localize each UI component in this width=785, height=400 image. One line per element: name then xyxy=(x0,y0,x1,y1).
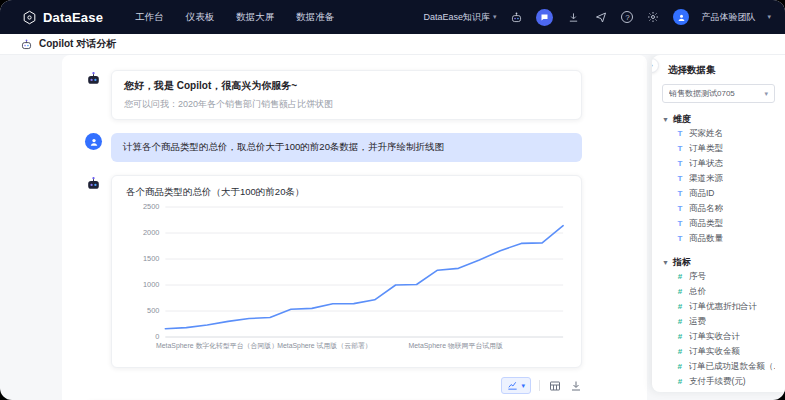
measure-field[interactable]: # 订单优惠折扣合计 xyxy=(676,299,775,314)
table-view-icon[interactable] xyxy=(548,379,561,392)
menu-item[interactable]: 数据准备 xyxy=(296,11,334,24)
number-field-icon: # xyxy=(676,347,684,356)
svg-text:0: 0 xyxy=(155,332,159,341)
dimension-field[interactable]: T 订单状态 xyxy=(676,156,775,171)
sidebar-title: 选择数据集 xyxy=(668,64,775,77)
text-field-icon: T xyxy=(676,189,684,198)
bot-greeting-message: 您好，我是 Copilot，很高兴为你服务~ 您可以问我：2020年各个销售部门… xyxy=(62,55,647,120)
number-field-icon: # xyxy=(676,332,684,341)
measure-field[interactable]: # 支付手续费(元) xyxy=(676,374,775,389)
menu-item[interactable]: 数据大屏 xyxy=(236,11,274,24)
measure-field[interactable]: # 订单实收合计 xyxy=(676,329,775,344)
chat-panel: 您好，我是 Copilot，很高兴为你服务~ 您可以问我：2020年各个销售部门… xyxy=(62,55,647,400)
bot-chart-message: 各个商品类型的总价（大于100的前20条） 050010001500200025… xyxy=(62,175,647,368)
svg-text:1500: 1500 xyxy=(143,254,159,263)
triangle-collapse-icon: ▼ xyxy=(662,116,669,123)
page-title: Copilot 对话分析 xyxy=(39,37,116,51)
number-field-icon: # xyxy=(676,272,684,281)
help-icon[interactable]: ? xyxy=(621,11,633,23)
download-icon[interactable] xyxy=(565,9,581,25)
dimensions-section-header[interactable]: ▼ 维度 xyxy=(662,113,775,126)
chart-card: 各个商品类型的总价（大于100的前20条） 050010001500200025… xyxy=(111,175,582,368)
dimension-field[interactable]: T 商品数量 xyxy=(676,231,775,246)
settings-icon[interactable] xyxy=(645,9,661,25)
top-navbar: DataEase 工作台仪表板数据大屏数据准备 DataEase知识库▾ ? xyxy=(0,0,785,34)
text-field-icon: T xyxy=(676,234,684,243)
app-window: DataEase 工作台仪表板数据大屏数据准备 DataEase知识库▾ ? xyxy=(0,0,785,400)
dataset-select[interactable]: 销售数据测试0705 ▾ xyxy=(662,84,775,103)
user-name[interactable]: 产品体验团队 xyxy=(701,11,755,24)
svg-text:2500: 2500 xyxy=(143,202,159,211)
main-menu: 工作台仪表板数据大屏数据准备 xyxy=(135,11,334,24)
dataset-sidebar: › 选择数据集 销售数据测试0705 ▾ ▼ 维度 T 买家姓名 T 订单类型 xyxy=(652,55,785,392)
dimension-field[interactable]: T 商品类型 xyxy=(676,216,775,231)
dimension-list: T 买家姓名 T 订单类型 T 订单状态 T 渠道来源 xyxy=(662,126,775,246)
number-field-icon: # xyxy=(676,302,684,311)
dimension-field[interactable]: T 订单类型 xyxy=(676,141,775,156)
measures-section-header[interactable]: ▼ 指标 xyxy=(662,256,775,269)
dataset-select-value: 销售数据测试0705 xyxy=(669,88,764,99)
copilot-chat-icon[interactable] xyxy=(536,9,553,26)
user-chevron-down-icon[interactable]: ▾ xyxy=(767,13,771,21)
text-field-icon: T xyxy=(676,204,684,213)
toolbar-divider xyxy=(539,380,540,391)
bot-avatar-robot-icon xyxy=(85,175,102,192)
chart-type-select[interactable]: ▾ xyxy=(501,377,531,394)
measure-field[interactable]: # 运费 xyxy=(676,314,775,329)
brand-logo[interactable]: DataEase xyxy=(22,10,103,25)
line-chart-icon xyxy=(507,380,518,391)
menu-item[interactable]: 工作台 xyxy=(135,11,164,24)
select-chevron-down-icon: ▾ xyxy=(764,90,768,98)
user-message-avatar xyxy=(85,133,102,150)
greeting-hint: 您可以问我：2020年各个销售部门销售额占比饼状图 xyxy=(124,98,569,111)
svg-text:1000: 1000 xyxy=(143,280,159,289)
menu-item[interactable]: 仪表板 xyxy=(186,11,215,24)
line-chart: 05001000150020002500MetaSphere 数字化转型平台（合… xyxy=(122,199,571,359)
chart-toolbar: ▾ xyxy=(62,377,647,394)
dimension-field[interactable]: T 商品名称 xyxy=(676,201,775,216)
measure-field[interactable]: # 订单已成功退款金额（... xyxy=(676,359,775,374)
svg-text:2000: 2000 xyxy=(143,228,159,237)
dimension-field[interactable]: T 渠道来源 xyxy=(676,171,775,186)
text-field-icon: T xyxy=(676,174,684,183)
number-field-icon: # xyxy=(676,317,684,326)
share-icon[interactable] xyxy=(593,9,609,25)
number-field-icon: # xyxy=(676,287,684,296)
svg-text:MetaSphere 数字化转型平台（合同版）: MetaSphere 数字化转型平台（合同版） xyxy=(156,342,278,350)
measure-field[interactable]: # 序号 xyxy=(676,269,775,284)
dataease-logo-icon xyxy=(22,10,37,25)
greeting-card: 您好，我是 Copilot，很高兴为你服务~ 您可以问我：2020年各个销售部门… xyxy=(111,70,582,120)
measure-field[interactable]: # 总价 xyxy=(676,284,775,299)
dimension-field[interactable]: T 买家姓名 xyxy=(676,126,775,141)
number-field-icon: # xyxy=(676,377,684,386)
nav-right: DataEase知识库▾ ? 产品体验团队 ▾ xyxy=(423,9,771,26)
user-avatar[interactable] xyxy=(673,9,689,25)
copilot-robot-icon xyxy=(20,38,33,51)
svg-text:500: 500 xyxy=(147,306,159,315)
svg-text:MetaSphere 物联网平台试用版: MetaSphere 物联网平台试用版 xyxy=(408,342,503,350)
user-query-bubble: 计算各个商品类型的总价，取总价大于100的前20条数据，并升序绘制折线图 xyxy=(111,133,582,162)
chart-title: 各个商品类型的总价（大于100的前20条） xyxy=(126,186,571,199)
text-field-icon: T xyxy=(676,129,684,138)
chevron-down-icon: ▾ xyxy=(521,382,525,390)
user-message: 计算各个商品类型的总价，取总价大于100的前20条数据，并升序绘制折线图 xyxy=(62,133,647,162)
chevron-down-icon: ▾ xyxy=(493,13,497,21)
brand-name: DataEase xyxy=(43,10,103,25)
measure-field[interactable]: # 订单实收金额 xyxy=(676,344,775,359)
export-download-icon[interactable] xyxy=(569,379,582,392)
sidebar-collapse-button[interactable]: › xyxy=(652,58,659,73)
robot-icon[interactable] xyxy=(508,9,524,25)
number-field-icon: # xyxy=(676,362,684,371)
text-field-icon: T xyxy=(676,144,684,153)
measures-label: 指标 xyxy=(673,256,691,269)
triangle-collapse-icon: ▼ xyxy=(662,259,669,266)
text-field-icon: T xyxy=(676,219,684,228)
greeting-title: 您好，我是 Copilot，很高兴为你服务~ xyxy=(124,79,569,93)
kb-dropdown[interactable]: DataEase知识库▾ xyxy=(423,11,496,24)
copilot-header: Copilot 对话分析 xyxy=(0,34,785,55)
svg-text:MetaSphere 试用版（云部署）: MetaSphere 试用版（云部署） xyxy=(277,342,371,350)
text-field-icon: T xyxy=(676,159,684,168)
measure-list: # 序号 # 总价 # 订单优惠折扣合计 # 运费 xyxy=(662,269,775,389)
dimension-field[interactable]: T 商品ID xyxy=(676,186,775,201)
dimensions-label: 维度 xyxy=(673,113,691,126)
